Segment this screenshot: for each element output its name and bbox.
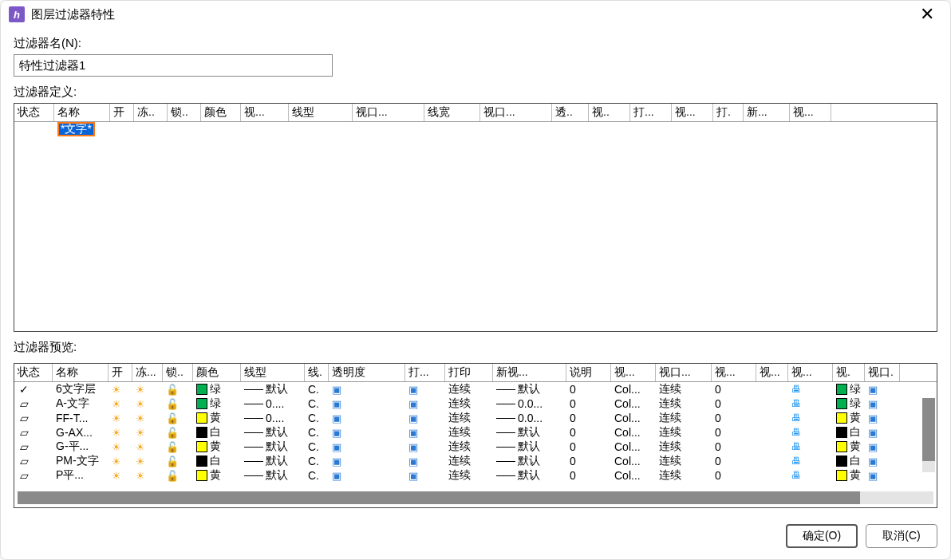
preview-col-header[interactable]: 开 [109,364,132,381]
preview-col-header[interactable]: 视... [756,364,788,381]
preview-cell: 🔓 [163,470,193,482]
definition-col-header[interactable]: 线型 [289,104,353,121]
definition-col-header[interactable]: 颜色 [201,104,241,121]
preview-cell: 绿 [833,396,865,411]
preview-row[interactable]: ▱A-文字☀☀🔓绿 0....C.▣▣连续 0.0...0Col...连续0🖶绿… [14,396,937,411]
preview-cell: 🔓 [163,384,193,396]
sun-icon: ☀ [112,398,121,410]
preview-body[interactable]: ✓6文字层☀☀🔓绿 默认C.▣▣连续 默认0Col...连续0🖶绿▣▱A-文字☀… [14,382,937,488]
preview-cell: 绿 [193,396,241,411]
preview-col-header[interactable]: 名称 [53,364,109,381]
preview-col-header[interactable]: 锁.. [163,364,193,381]
preview-col-header[interactable]: 视. [833,364,865,381]
preview-cell: ☀ [132,412,163,424]
preview-cell: ▣ [865,427,900,439]
viewport-icon: ▣ [868,384,878,396]
preview-row[interactable]: ▱FF-T...☀☀🔓黄 0....C.▣▣连续 0.0...0Col...连续… [14,411,937,425]
viewport-icon: ▣ [332,455,341,467]
definition-col-header[interactable]: 新... [744,104,790,121]
preview-col-header[interactable]: 打... [405,364,445,381]
preview-col-header[interactable]: 透明度 [329,364,405,381]
preview-cell: ☀ [109,412,132,424]
definition-col-header[interactable]: 冻.. [134,104,168,121]
definition-col-header[interactable]: 视... [241,104,289,121]
preview-col-header[interactable]: 说明 [566,364,611,381]
preview-row[interactable]: ▱G-平...☀☀🔓黄 默认C.▣▣连续 默认0Col...连续0🖶黄▣ [14,440,937,454]
preview-cell: 🔓 [163,441,193,453]
definition-body[interactable]: *文字* [14,122,937,331]
preview-col-header[interactable]: 视... [712,364,756,381]
preview-cell: ☀ [132,455,163,467]
definition-row-blank[interactable] [14,136,937,151]
preview-cell: 🖶 [788,427,833,438]
cancel-button[interactable]: 取消(C) [866,524,937,548]
definition-col-header[interactable]: 开 [110,104,134,121]
layer-icon: ▱ [18,412,30,424]
preview-col-header[interactable]: 状态 [14,364,53,381]
preview-cell: ▣ [329,455,405,467]
definition-row[interactable]: *文字* [14,122,937,136]
lock-open-icon: 🔓 [166,427,179,439]
preview-cell: ▣ [405,470,445,482]
definition-col-header[interactable]: 线宽 [424,104,480,121]
definition-col-header[interactable]: 打... [630,104,672,121]
preview-row[interactable]: ▱PM-文字☀☀🔓白 默认C.▣▣连续 默认0Col...连续0🖶白▣ [14,454,937,468]
scrollbar-thumb[interactable] [922,398,935,461]
definition-col-header[interactable]: 名称 [54,104,110,121]
preview-cell: 默认 [241,440,305,454]
preview-col-header[interactable]: 视... [611,364,656,381]
preview-cell: ▣ [405,427,445,439]
close-icon[interactable]: ✕ [915,6,939,23]
preview-cell: 默认 [241,468,305,483]
color-swatch [836,427,847,438]
preview-col-header[interactable]: 冻... [132,364,163,381]
preview-row[interactable]: ▱P平...☀☀🔓黄 默认C.▣▣连续 默认0Col...连续0🖶黄▣ [14,468,937,483]
definition-col-header[interactable]: 透.. [552,104,589,121]
definition-col-header[interactable]: 视... [790,104,831,121]
preview-row[interactable]: ✓6文字层☀☀🔓绿 默认C.▣▣连续 默认0Col...连续0🖶绿▣ [14,382,937,396]
preview-col-header[interactable]: 颜色 [193,364,241,381]
preview-cell: Col... [611,412,656,424]
preview-cell: 0 [712,469,756,482]
viewport-icon: ▣ [332,398,341,410]
preview-cell: C. [305,469,329,482]
preview-cell: 连续 [445,411,493,425]
preview-row[interactable]: ▱G-AX...☀☀🔓白 默认C.▣▣连续 默认0Col...连续0🖶白▣ [14,425,937,440]
preview-col-header[interactable]: 线. [305,364,329,381]
sun-icon: ☀ [112,455,121,467]
preview-vertical-scrollbar[interactable] [922,398,935,472]
preview-col-header[interactable]: 视口. [865,364,900,381]
definition-name-cell-selected[interactable]: *文字* [57,122,95,136]
preview-cell: 0 [712,397,756,410]
definition-col-header[interactable]: 状态 [14,104,54,121]
definition-col-header[interactable]: 视口... [353,104,424,121]
viewport-icon: ▣ [332,470,341,482]
preview-cell: 白 [833,454,865,468]
preview-col-header[interactable]: 新视... [493,364,566,381]
preview-cell: ▱ [14,397,53,410]
preview-col-header[interactable]: 打印 [445,364,493,381]
preview-cell: ☀ [109,427,132,439]
filter-name-input[interactable] [14,54,333,77]
definition-col-header[interactable]: 视口... [480,104,552,121]
viewport-icon: ▣ [408,441,418,453]
definition-col-header[interactable]: 视.. [589,104,630,121]
preview-col-header[interactable]: 线型 [241,364,305,381]
preview-cell: 🔓 [163,412,193,424]
preview-cell: 0.... [241,397,305,410]
printer-icon: 🖶 [791,470,801,481]
preview-cell: 绿 [833,382,865,396]
scrollbar-thumb[interactable] [18,491,860,504]
definition-col-header[interactable]: 打. [713,104,744,121]
preview-cell: ✓ [14,383,53,396]
ok-button[interactable]: 确定(O) [786,524,858,548]
preview-col-header[interactable]: 视口... [656,364,712,381]
preview-col-header[interactable]: 视... [788,364,833,381]
preview-horizontal-scrollbar[interactable] [18,491,933,504]
definition-col-header[interactable]: 锁.. [168,104,201,121]
definition-col-header[interactable]: 视... [672,104,713,121]
preview-cell: P平... [53,468,109,483]
color-swatch [836,441,847,452]
preview-header-row: 状态名称开冻...锁..颜色线型线.透明度打...打印新视...说明视...视口… [14,364,937,382]
preview-cell: ▣ [405,398,445,410]
